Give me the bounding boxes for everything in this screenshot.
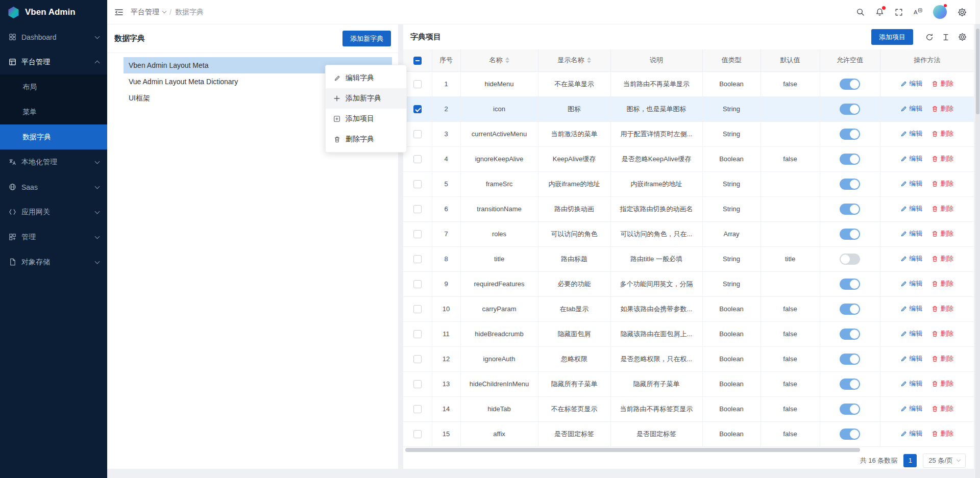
cell-name: hideTab — [460, 396, 538, 421]
row-checkbox[interactable] — [413, 230, 422, 238]
table-row: 3currentActiveMenu当前激活的菜单用于配置详情页时左侧...St… — [403, 121, 974, 146]
row-checkbox[interactable] — [413, 280, 422, 288]
row-checkbox[interactable] — [413, 80, 422, 88]
sidebar-subitem[interactable]: 数据字典 — [0, 124, 107, 149]
edit-link[interactable]: 编辑 — [900, 329, 922, 338]
edit-link[interactable]: 编辑 — [900, 429, 922, 438]
sidebar-item[interactable]: Saas — [0, 174, 107, 199]
settings-gear-icon[interactable] — [958, 8, 967, 17]
row-checkbox[interactable] — [413, 205, 422, 213]
edit-link[interactable]: 编辑 — [900, 304, 922, 313]
allow-null-toggle[interactable] — [840, 229, 860, 240]
translate-icon[interactable]: A — [914, 8, 922, 16]
sidebar-subitem[interactable]: 布局 — [0, 74, 107, 99]
edit-link[interactable]: 编辑 — [900, 79, 922, 88]
vertical-scrollbar-thumb[interactable] — [976, 29, 979, 114]
delete-link[interactable]: 删除 — [932, 404, 953, 413]
edit-link[interactable]: 编辑 — [900, 179, 922, 188]
breadcrumb-item[interactable]: 平台管理 — [131, 8, 159, 17]
edit-link[interactable]: 编辑 — [900, 129, 922, 138]
sort-icons[interactable] — [505, 57, 509, 63]
row-checkbox[interactable] — [413, 180, 422, 188]
edit-link[interactable]: 编辑 — [900, 204, 922, 213]
sidebar-item[interactable]: 管理 — [0, 224, 107, 249]
allow-null-toggle[interactable] — [840, 404, 860, 415]
search-icon[interactable] — [856, 8, 865, 16]
delete-link[interactable]: 删除 — [932, 429, 953, 438]
row-checkbox[interactable] — [413, 330, 422, 338]
allow-null-toggle[interactable] — [840, 279, 860, 290]
sidebar-item[interactable]: 应用网关 — [0, 199, 107, 224]
edit-link[interactable]: 编辑 — [900, 104, 922, 113]
delete-link[interactable]: 删除 — [932, 129, 953, 138]
page-number-button[interactable]: 1 — [903, 454, 917, 467]
page-size-select[interactable]: 25 条/页 — [923, 454, 966, 468]
sort-icons[interactable] — [587, 57, 591, 63]
row-checkbox[interactable] — [413, 355, 422, 363]
edit-link[interactable]: 编辑 — [900, 379, 922, 388]
edit-link[interactable]: 编辑 — [900, 354, 922, 363]
allow-null-toggle[interactable] — [840, 379, 860, 390]
edit-link[interactable]: 编辑 — [900, 154, 922, 163]
allow-null-toggle[interactable] — [840, 329, 860, 340]
allow-null-toggle[interactable] — [840, 254, 860, 265]
row-checkbox[interactable] — [413, 430, 422, 438]
sidebar-item[interactable]: 对象存储 — [0, 249, 107, 274]
context-menu-item[interactable]: 添加新字典 — [326, 88, 406, 109]
context-menu-item[interactable]: 删除字典 — [326, 129, 406, 149]
allow-null-toggle[interactable] — [840, 354, 860, 365]
row-checkbox[interactable] — [413, 130, 422, 138]
select-all-checkbox[interactable] — [413, 57, 422, 65]
horizontal-scrollbar-thumb[interactable] — [405, 448, 860, 452]
delete-link[interactable]: 删除 — [932, 154, 953, 163]
delete-link[interactable]: 删除 — [932, 254, 953, 263]
allow-null-toggle[interactable] — [840, 304, 860, 315]
context-menu-item[interactable]: 编辑字典 — [326, 68, 406, 88]
allow-null-toggle[interactable] — [840, 104, 860, 115]
allow-null-toggle[interactable] — [840, 204, 860, 215]
edit-link[interactable]: 编辑 — [900, 254, 922, 263]
refresh-icon[interactable] — [925, 33, 934, 41]
delete-link[interactable]: 删除 — [932, 279, 953, 288]
delete-link[interactable]: 删除 — [932, 304, 953, 313]
sidebar-item[interactable]: 本地化管理 — [0, 149, 107, 174]
allow-null-toggle[interactable] — [840, 429, 860, 440]
allow-null-toggle[interactable] — [840, 154, 860, 165]
logo[interactable]: Vben Admin — [0, 0, 107, 24]
sidebar-subitem[interactable]: 菜单 — [0, 99, 107, 124]
fullscreen-icon[interactable] — [895, 8, 903, 16]
table-settings-gear-icon[interactable] — [958, 33, 967, 41]
allow-null-toggle[interactable] — [840, 179, 860, 190]
allow-null-toggle[interactable] — [840, 129, 860, 140]
notification-button[interactable] — [875, 8, 884, 16]
row-height-icon[interactable] — [942, 33, 950, 41]
row-select-cell — [403, 96, 432, 121]
row-checkbox[interactable] — [413, 405, 422, 413]
row-checkbox[interactable] — [413, 155, 422, 163]
row-checkbox[interactable] — [413, 305, 422, 313]
delete-link[interactable]: 删除 — [932, 204, 953, 213]
edit-link[interactable]: 编辑 — [900, 229, 922, 238]
add-item-button[interactable]: 添加项目 — [871, 29, 913, 45]
edit-link[interactable]: 编辑 — [900, 279, 922, 288]
sidebar-item[interactable]: Dashboard — [0, 24, 107, 49]
row-checkbox[interactable] — [413, 105, 422, 113]
menu-fold-icon[interactable] — [114, 8, 124, 17]
edit-link[interactable]: 编辑 — [900, 404, 922, 413]
sidebar-item[interactable]: 平台管理 — [0, 49, 107, 74]
delete-link[interactable]: 删除 — [932, 329, 953, 338]
delete-link[interactable]: 删除 — [932, 179, 953, 188]
allow-null-toggle[interactable] — [840, 79, 860, 90]
row-checkbox[interactable] — [413, 255, 422, 263]
add-dictionary-button[interactable]: 添加新字典 — [342, 31, 391, 46]
avatar[interactable] — [933, 5, 947, 19]
delete-link[interactable]: 删除 — [932, 79, 953, 88]
delete-link[interactable]: 删除 — [932, 379, 953, 388]
delete-link[interactable]: 删除 — [932, 104, 953, 113]
row-checkbox[interactable] — [413, 380, 422, 388]
column-header-display[interactable]: 显示名称 — [538, 49, 610, 71]
delete-link[interactable]: 删除 — [932, 354, 953, 363]
column-header-name[interactable]: 名称 — [460, 49, 538, 71]
delete-link[interactable]: 删除 — [932, 229, 953, 238]
context-menu-item[interactable]: 添加项目 — [326, 109, 406, 129]
